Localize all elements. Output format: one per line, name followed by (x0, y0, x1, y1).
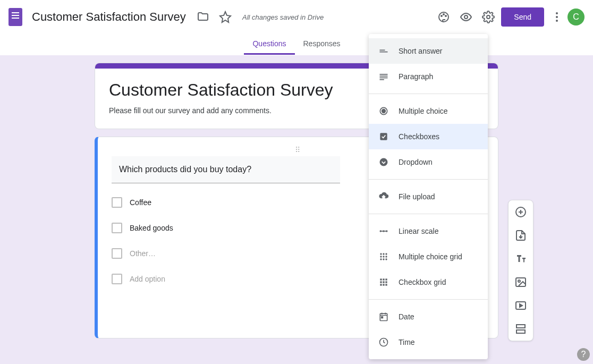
checkbox-icon (112, 197, 122, 208)
svg-rect-44 (383, 281, 384, 283)
menu-label: Time (399, 338, 415, 346)
svg-rect-41 (383, 278, 384, 280)
cloud-upload-icon (378, 191, 389, 202)
checkbox-icon (112, 223, 122, 233)
tab-questions[interactable]: Questions (244, 34, 294, 55)
more-vert-icon[interactable] (550, 11, 563, 23)
svg-rect-50 (382, 317, 383, 318)
menu-checkbox-grid[interactable]: Checkbox grid (369, 269, 488, 295)
linear-scale-icon (378, 226, 389, 236)
menu-label: Checkbox grid (399, 278, 446, 286)
svg-point-5 (487, 15, 490, 19)
short-answer-icon (378, 46, 389, 56)
option-other-label[interactable]: Other… (130, 249, 156, 258)
menu-checkboxes[interactable]: Checkboxes (369, 124, 488, 149)
svg-rect-40 (380, 278, 382, 280)
help-icon[interactable]: ? (577, 348, 590, 361)
svg-rect-43 (380, 281, 382, 283)
svg-rect-25 (380, 133, 387, 140)
menu-label: Linear scale (399, 227, 439, 235)
menu-file-upload[interactable]: File upload (369, 184, 488, 209)
svg-point-1 (441, 15, 442, 16)
avatar[interactable]: C (567, 9, 584, 26)
section-icon[interactable] (514, 323, 527, 335)
svg-point-3 (445, 15, 446, 16)
menu-time[interactable]: Time (369, 329, 488, 355)
menu-separator (369, 179, 488, 180)
dropdown-icon (378, 157, 389, 167)
palette-icon[interactable] (437, 11, 450, 23)
folder-icon[interactable] (197, 11, 209, 23)
send-button[interactable]: Send (501, 7, 544, 27)
svg-point-31 (380, 253, 382, 255)
menu-separator (369, 214, 488, 214)
checkbox-checked-icon (378, 131, 389, 142)
svg-rect-15 (516, 325, 525, 328)
form-title-input[interactable] (31, 8, 190, 26)
form-canvas: Customer Satisfaction Survey Please fill… (0, 55, 593, 364)
menu-label: Dropdown (399, 158, 433, 166)
svg-point-37 (380, 258, 382, 260)
svg-point-24 (382, 109, 386, 113)
svg-point-32 (383, 253, 384, 255)
svg-point-7 (556, 16, 558, 18)
add-option-label[interactable]: Add option (130, 275, 165, 283)
menu-date[interactable]: Date (369, 304, 488, 329)
menu-short-answer[interactable]: Short answer (369, 38, 488, 64)
menu-label: Multiple choice grid (399, 252, 462, 261)
video-icon[interactable] (514, 299, 527, 312)
menu-label: Date (399, 312, 414, 321)
question-input[interactable] (112, 156, 340, 183)
svg-point-34 (380, 256, 382, 257)
svg-rect-22 (380, 79, 384, 80)
gear-icon[interactable] (482, 11, 495, 23)
svg-rect-19 (380, 74, 388, 75)
checkbox-icon (112, 274, 122, 284)
svg-rect-46 (380, 284, 382, 285)
menu-linear-scale[interactable]: Linear scale (369, 218, 488, 244)
checkbox-icon (112, 248, 122, 259)
radio-icon (378, 106, 389, 116)
svg-rect-30 (380, 231, 387, 232)
svg-point-2 (443, 14, 444, 15)
question-type-menu: Short answer Paragraph Multiple choice C… (369, 34, 488, 359)
menu-paragraph[interactable]: Paragraph (369, 64, 488, 89)
svg-point-33 (385, 253, 387, 255)
app-header: All changes saved in Drive Send C (0, 0, 593, 34)
calendar-icon (378, 311, 389, 322)
tabs-bar: Questions Responses (0, 34, 593, 55)
menu-label: Short answer (399, 47, 442, 55)
forms-logo-icon[interactable] (9, 8, 22, 26)
floating-toolbar (508, 200, 533, 341)
menu-separator (369, 299, 488, 300)
menu-dropdown[interactable]: Dropdown (369, 149, 488, 175)
svg-rect-48 (385, 284, 387, 285)
svg-rect-16 (516, 330, 525, 333)
image-icon[interactable] (514, 276, 527, 289)
svg-rect-18 (380, 52, 388, 53)
menu-multiple-choice[interactable]: Multiple choice (369, 98, 488, 124)
svg-point-36 (385, 256, 387, 257)
menu-label: File upload (399, 192, 435, 201)
svg-point-39 (385, 258, 387, 260)
menu-label: Paragraph (399, 72, 433, 81)
svg-point-38 (383, 258, 384, 260)
star-icon[interactable] (219, 11, 232, 23)
tab-responses[interactable]: Responses (295, 34, 349, 55)
menu-label: Multiple choice (399, 107, 448, 115)
title-icon[interactable] (514, 252, 527, 265)
svg-point-8 (556, 20, 558, 22)
option-label[interactable]: Coffee (130, 198, 151, 207)
svg-point-26 (380, 158, 388, 166)
checkbox-grid-icon (378, 277, 389, 287)
menu-separator (369, 94, 488, 94)
import-icon[interactable] (514, 229, 527, 242)
svg-point-4 (464, 15, 468, 19)
option-label[interactable]: Baked goods (130, 224, 173, 232)
svg-point-13 (518, 280, 520, 282)
add-question-icon[interactable] (514, 206, 527, 218)
menu-multiple-choice-grid[interactable]: Multiple choice grid (369, 244, 488, 269)
paragraph-icon (378, 71, 389, 82)
eye-icon[interactable] (460, 11, 472, 23)
svg-point-35 (383, 256, 384, 257)
